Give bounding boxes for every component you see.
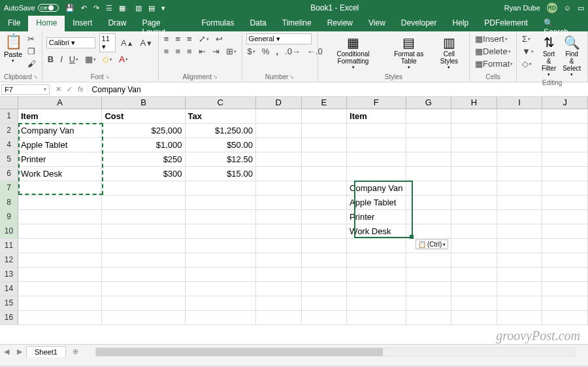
italic-button[interactable]: I bbox=[59, 54, 64, 65]
cell[interactable] bbox=[497, 253, 542, 267]
cell[interactable] bbox=[255, 310, 301, 324]
column-header[interactable]: H bbox=[451, 97, 497, 109]
cell[interactable] bbox=[301, 267, 347, 281]
cell[interactable] bbox=[347, 253, 406, 267]
autosave-toggle[interactable]: AutoSave Off bbox=[4, 4, 59, 12]
cell[interactable] bbox=[102, 209, 185, 224]
cell[interactable] bbox=[347, 238, 406, 253]
paste-options-tag[interactable]: 📋(Ctrl)▾ bbox=[416, 239, 448, 249]
cell[interactable] bbox=[102, 238, 185, 253]
tab-page-layout[interactable]: Page Layout bbox=[134, 16, 193, 31]
align-center-icon[interactable]: ≡ bbox=[174, 46, 182, 57]
qat-icon[interactable]: ▤ bbox=[148, 4, 155, 12]
cell[interactable] bbox=[185, 281, 255, 296]
autosum-icon[interactable]: Σ bbox=[521, 33, 535, 44]
cell[interactable] bbox=[185, 253, 255, 267]
column-header[interactable]: D bbox=[255, 97, 301, 109]
cell[interactable]: $1,250.00 bbox=[185, 123, 255, 137]
cell[interactable] bbox=[347, 281, 406, 296]
cell[interactable] bbox=[102, 310, 185, 324]
cell[interactable] bbox=[406, 281, 451, 296]
cell[interactable] bbox=[451, 267, 497, 281]
row-header[interactable]: 9 bbox=[0, 209, 18, 224]
cell[interactable]: $15.00 bbox=[185, 166, 255, 181]
conditional-formatting-button[interactable]: ▦Conditional Formatting▾ bbox=[322, 33, 385, 73]
row-header[interactable]: 13 bbox=[0, 267, 18, 281]
cell[interactable] bbox=[102, 195, 185, 209]
cell[interactable]: Apple Tablet bbox=[18, 137, 101, 152]
cell[interactable]: $300 bbox=[102, 166, 185, 181]
column-header[interactable]: B bbox=[102, 97, 185, 109]
cell[interactable] bbox=[451, 253, 497, 267]
cell[interactable] bbox=[451, 195, 497, 209]
cell[interactable] bbox=[542, 195, 588, 209]
number-dialog-icon[interactable]: ↘ bbox=[289, 74, 294, 80]
cell[interactable] bbox=[542, 281, 588, 296]
number-format-select[interactable]: General ▾ bbox=[246, 33, 312, 44]
cell[interactable] bbox=[542, 137, 588, 152]
cell[interactable] bbox=[451, 310, 497, 324]
indent-left-icon[interactable]: ⇤ bbox=[197, 46, 207, 57]
cell[interactable]: $25,000 bbox=[102, 123, 185, 137]
cell[interactable] bbox=[347, 267, 406, 281]
format-painter-icon[interactable]: 🖌 bbox=[26, 58, 37, 69]
cell[interactable] bbox=[406, 253, 451, 267]
cell[interactable] bbox=[18, 209, 101, 224]
copy-icon[interactable]: ❐ bbox=[26, 46, 37, 57]
accounting-format-icon[interactable]: $ bbox=[246, 46, 257, 57]
format-cells-button[interactable]: ▦ Format bbox=[474, 58, 512, 69]
cell[interactable] bbox=[301, 123, 347, 137]
fill-icon[interactable]: ▼ bbox=[521, 46, 535, 57]
cell[interactable] bbox=[542, 166, 588, 181]
cell[interactable] bbox=[255, 209, 301, 224]
cell[interactable] bbox=[451, 224, 497, 238]
font-color-button[interactable]: A bbox=[118, 54, 129, 65]
cell[interactable] bbox=[102, 296, 185, 310]
font-name-select[interactable]: Calibri ▾ bbox=[46, 37, 95, 48]
increase-decimal-icon[interactable]: .0→ bbox=[284, 46, 302, 57]
tab-formulas[interactable]: Formulas bbox=[193, 16, 242, 31]
cell[interactable] bbox=[185, 224, 255, 238]
cell[interactable]: Work Desk bbox=[18, 166, 101, 181]
cell[interactable] bbox=[497, 238, 542, 253]
cell[interactable] bbox=[347, 123, 406, 137]
tab-help[interactable]: Help bbox=[445, 16, 477, 31]
column-header[interactable]: G bbox=[406, 97, 451, 109]
cell[interactable] bbox=[185, 238, 255, 253]
cell[interactable] bbox=[18, 253, 101, 267]
align-middle-icon[interactable]: ≡ bbox=[174, 33, 182, 44]
cell[interactable] bbox=[497, 137, 542, 152]
cell[interactable] bbox=[406, 109, 451, 123]
cell[interactable] bbox=[406, 195, 451, 209]
cell[interactable] bbox=[18, 195, 101, 209]
tab-data[interactable]: Data bbox=[242, 16, 274, 31]
cell[interactable] bbox=[451, 181, 497, 195]
cancel-formula-icon[interactable]: ✕ bbox=[56, 85, 61, 94]
sort-filter-button[interactable]: ⇅Sort & Filter▾ bbox=[539, 33, 559, 79]
cell[interactable]: Apple Tablet bbox=[347, 195, 406, 209]
cell[interactable] bbox=[497, 209, 542, 224]
cell[interactable] bbox=[347, 296, 406, 310]
row-header[interactable]: 11 bbox=[0, 238, 18, 253]
cell[interactable] bbox=[497, 281, 542, 296]
sheet-nav-prev-icon[interactable]: ◀ bbox=[0, 347, 13, 356]
cut-icon[interactable]: ✂ bbox=[26, 33, 37, 44]
cell[interactable] bbox=[102, 181, 185, 195]
row-header[interactable]: 7 bbox=[0, 181, 18, 195]
cell[interactable] bbox=[255, 296, 301, 310]
row-header[interactable]: 5 bbox=[0, 152, 18, 166]
formula-input[interactable]: Company Van bbox=[88, 84, 588, 95]
cell[interactable] bbox=[301, 253, 347, 267]
cell[interactable] bbox=[102, 224, 185, 238]
qat-more-icon[interactable]: ▦ bbox=[119, 4, 129, 12]
cell[interactable] bbox=[406, 137, 451, 152]
cell[interactable] bbox=[497, 109, 542, 123]
cell[interactable] bbox=[255, 281, 301, 296]
row-header[interactable]: 6 bbox=[0, 166, 18, 181]
cell[interactable] bbox=[18, 224, 101, 238]
cell[interactable]: Printer bbox=[347, 209, 406, 224]
cell[interactable] bbox=[451, 109, 497, 123]
select-all-corner[interactable] bbox=[0, 97, 18, 109]
redo-icon[interactable]: ↷ bbox=[93, 4, 99, 12]
cell[interactable] bbox=[255, 166, 301, 181]
